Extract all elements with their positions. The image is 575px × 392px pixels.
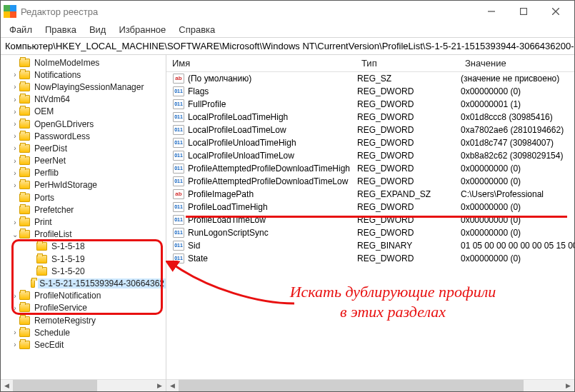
tree-item[interactable]: S-1-5-21-1515393944-30664362 [1,277,166,289]
value-data: 0xa7802ae6 (2810194662) [461,125,574,135]
menu-favorites[interactable]: Избранное [113,23,171,36]
value-data: 01 05 00 00 00 00 00 05 15 00 0 [461,241,574,251]
tree-item[interactable]: ›ProfileService [1,302,166,314]
table-row[interactable]: 011LocalProfileLoadTimeHighREG_DWORD0x01… [166,111,574,124]
table-row[interactable]: 011LocalProfileUnloadTimeLowREG_DWORD0xb… [166,149,574,162]
reg-dword-icon: 011 [172,150,185,161]
tree-item-label: PasswordLess [33,131,91,141]
expand-icon[interactable]: › [11,157,19,165]
value-data: 0x00000000 (0) [461,228,574,238]
menu-file[interactable]: Файл [4,23,38,36]
expand-icon[interactable]: › [11,304,19,312]
registry-tree[interactable]: NoImeModeImes›Notifications›NowPlayingSe… [1,55,166,379]
values-pane: Имя Тип Значение ab(По умолчанию)REG_SZ(… [166,55,574,391]
expand-icon[interactable]: › [11,83,19,91]
tree-item[interactable]: ›OEM [1,106,166,118]
table-row[interactable]: 011ProfileLoadTimeLowREG_DWORD0x00000000… [166,213,574,226]
table-row[interactable]: 011FlagsREG_DWORD0x00000000 (0) [166,85,574,98]
expand-icon[interactable]: › [11,120,19,128]
menu-view[interactable]: Вид [84,23,112,36]
value-name: ProfileAttemptedProfileDownloadTimeLow [188,176,357,186]
menu-help[interactable]: Справка [173,23,221,36]
table-row[interactable]: 011ProfileLoadTimeHighREG_DWORD0x0000000… [166,201,574,213]
expand-icon[interactable]: › [11,169,19,177]
value-type: REG_DWORD [357,151,461,161]
tree-item[interactable]: NoImeModeImes [1,56,166,69]
tree-item-label: NowPlayingSessionManager [33,82,145,92]
value-type: REG_BINARY [357,241,461,251]
tree-item[interactable]: ›PasswordLess [1,130,166,142]
maximize-button[interactable] [507,1,539,21]
col-name[interactable]: Имя [166,58,356,69]
table-row[interactable]: 011LocalProfileUnloadTimeHighREG_DWORD0x… [166,136,574,149]
table-row[interactable]: abProfileImagePathREG_EXPAND_SZC:\Users\… [166,188,574,201]
value-type: REG_DWORD [357,228,461,238]
folder-icon [36,267,47,276]
addressbar[interactable]: Компьютер\HKEY_LOCAL_MACHINE\SOFTWARE\Mi… [1,38,574,55]
tree-item[interactable]: ›NtVdm64 [1,94,166,106]
col-type[interactable]: Тип [356,58,459,69]
tree-item[interactable]: S-1-5-19 [1,253,166,265]
expand-icon[interactable]: › [11,144,19,152]
tree-item[interactable]: ›Notifications [1,69,166,81]
folder-icon [31,279,35,288]
menu-edit[interactable]: Правка [39,23,82,36]
tree-item[interactable]: S-1-5-18 [1,241,166,253]
table-row[interactable]: 011StateREG_DWORD0x00000000 (0) [166,252,574,265]
scroll-left-icon[interactable]: ◀ [1,380,13,392]
expand-icon[interactable]: › [11,341,19,348]
expand-icon[interactable]: › [11,181,19,189]
close-button[interactable] [539,1,571,21]
table-row[interactable]: 011FullProfileREG_DWORD0x00000001 (1) [166,98,574,111]
table-row[interactable]: 011ProfileAttemptedProfileDownloadTimeLo… [166,175,574,188]
values-list[interactable]: ab(По умолчанию)REG_SZ(значение не присв… [166,72,574,379]
table-row[interactable]: 011RunLogonScriptSyncREG_DWORD0x00000000… [166,226,574,239]
tree-item[interactable]: ›NowPlayingSessionManager [1,81,166,93]
expand-icon[interactable]: › [11,108,19,116]
expand-icon[interactable]: › [11,218,19,226]
scroll-right-icon[interactable]: ▶ [154,380,166,392]
tree-item-label: Notifications [33,70,82,80]
table-row[interactable]: 011SidREG_BINARY01 05 00 00 00 00 00 05 … [166,239,574,252]
tree-item-label: PeerNet [33,156,67,166]
tree-item[interactable]: ›PeerDist [1,142,166,154]
list-hscroll[interactable]: ◀ ▶ [166,379,574,391]
scroll-right-icon[interactable]: ▶ [562,380,574,392]
tree-item[interactable]: ›OpenGLDrivers [1,118,166,130]
tree-item[interactable]: Ports [1,191,166,203]
value-type: REG_SZ [357,74,461,84]
svg-rect-1 [520,9,526,15]
tree-item[interactable]: RemoteRegistry [1,314,166,326]
tree-item[interactable]: S-1-5-20 [1,265,166,277]
list-header[interactable]: Имя Тип Значение [166,55,574,72]
tree-item[interactable]: ›ProfileNotification [1,290,166,302]
expand-icon[interactable]: › [11,328,19,336]
tree-hscroll[interactable]: ◀ ▶ [1,379,166,391]
expand-icon[interactable]: › [11,96,19,104]
minimize-button[interactable] [475,1,507,21]
col-value[interactable]: Значение [459,58,574,69]
tree-item-label: PerHwIdStorage [33,180,99,190]
expand-icon[interactable]: › [11,132,19,140]
expand-icon[interactable]: › [11,292,19,300]
table-row[interactable]: ab(По умолчанию)REG_SZ(значение не присв… [166,72,574,85]
tree-item[interactable]: ›SecEdit [1,338,166,351]
expand-icon[interactable]: ⌄ [11,231,19,238]
table-row[interactable]: 011LocalProfileLoadTimeLowREG_DWORD0xa78… [166,124,574,136]
tree-item[interactable]: ›Print [1,216,166,228]
reg-dword-icon: 011 [172,214,185,226]
tree-item[interactable]: ›PerHwIdStorage [1,179,166,191]
expand-icon[interactable]: › [11,71,19,79]
tree-item[interactable]: Prefetcher [1,203,166,216]
value-type: REG_DWORD [357,112,461,122]
value-data: C:\Users\Professional [461,189,574,199]
tree-item[interactable]: ⌄ProfileList [1,228,166,241]
tree-item[interactable]: ›Schedule [1,326,166,338]
tree-item[interactable]: ›PeerNet [1,155,166,167]
tree-item[interactable]: ›Perflib [1,167,166,179]
table-row[interactable]: 011ProfileAttemptedProfileDownloadTimeHi… [166,162,574,175]
value-name: LocalProfileLoadTimeLow [188,125,357,135]
tree-item-label: NoImeModeImes [33,58,101,68]
scroll-left-icon[interactable]: ◀ [166,380,179,392]
value-type: REG_DWORD [357,125,461,135]
